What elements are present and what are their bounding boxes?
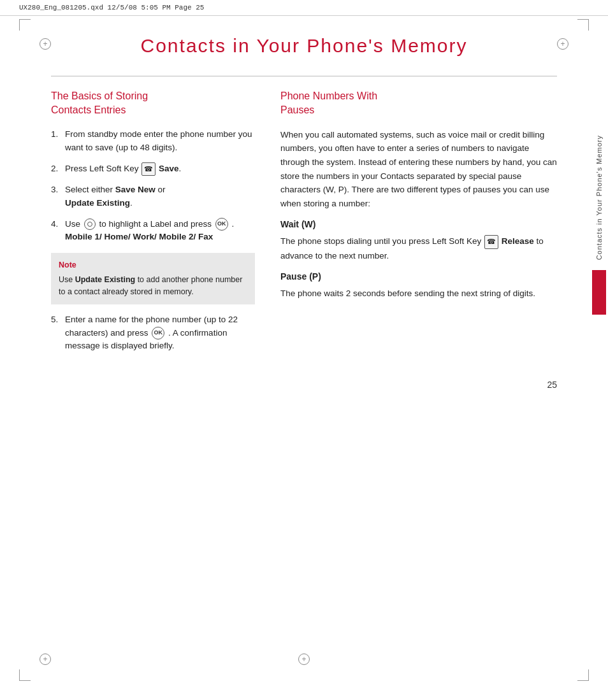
step-3: 3. Select either Save New or Update Exis… (51, 183, 255, 210)
title-rule (51, 76, 557, 76)
header-bar: UX280_Eng_081205.qxd 12/5/08 5:05 PM Pag… (0, 0, 608, 16)
release-key-icon: ☎ (484, 235, 498, 249)
right-column: Phone Numbers With Pauses When you call … (280, 89, 557, 361)
right-section-heading: Phone Numbers With Pauses (280, 89, 557, 118)
step-3-text: Select either Save New or Update Existin… (62, 183, 255, 210)
two-column-layout: The Basics of Storing Contacts Entries 1… (51, 89, 557, 361)
intro-text: When you call automated systems, such as… (280, 128, 557, 211)
step-3-num: 3. (51, 183, 58, 197)
step-5-text: Enter a name for the phone number (up to… (62, 313, 255, 354)
side-tab-bar (592, 270, 606, 315)
wait-heading: Wait (W) (280, 219, 557, 229)
note-item: Note Use Update Existing to add another … (51, 253, 255, 304)
steps-list: 1. From standby mode enter the phone num… (51, 128, 255, 354)
step-5-num: 5. (51, 313, 58, 327)
page-title: Contacts in Your Phone's Memory (51, 35, 557, 57)
reg-mark-bottom-center (298, 654, 310, 665)
soft-key-icon: ☎ (141, 162, 156, 176)
ok-key-icon-2: OK (152, 327, 164, 339)
side-tab: Contacts in Your Phone's Memory (590, 127, 608, 315)
wait-text: The phone stops dialing until you press … (280, 234, 557, 262)
nav-key-icon (84, 218, 96, 230)
left-column: The Basics of Storing Contacts Entries 1… (51, 89, 255, 361)
step-4: 4. Use to highlight a Label and press OK… (51, 218, 255, 245)
page-number: 25 (51, 380, 557, 390)
step-4-text: Use to highlight a Label and press OK . … (62, 218, 255, 245)
step-2: 2. Press Left Soft Key ☎ Save. (51, 162, 255, 176)
step-1-text: From standby mode enter the phone number… (62, 128, 255, 155)
pause-heading: Pause (P) (280, 271, 557, 282)
corner-mark-br (577, 669, 589, 681)
ok-key-icon: OK (215, 218, 228, 231)
reg-mark-bottom-left (40, 654, 51, 665)
note-label: Note (59, 259, 247, 271)
note-box: Note Use Update Existing to add another … (51, 253, 255, 304)
step-1: 1. From standby mode enter the phone num… (51, 128, 255, 155)
step-1-num: 1. (51, 128, 58, 141)
pause-text: The phone waits 2 seconds before sending… (280, 287, 557, 301)
left-section-heading: The Basics of Storing Contacts Entries (51, 89, 255, 118)
page-content: Contacts in Your Phone's Memory The Basi… (0, 16, 608, 428)
side-tab-text: Contacts in Your Phone's Memory (592, 127, 606, 268)
step-4-num: 4. (51, 218, 58, 231)
step-5: 5. Enter a name for the phone number (up… (51, 313, 255, 354)
corner-mark-bl (19, 669, 31, 681)
step-2-text: Press Left Soft Key ☎ Save. (62, 162, 255, 176)
step-2-num: 2. (51, 162, 58, 176)
